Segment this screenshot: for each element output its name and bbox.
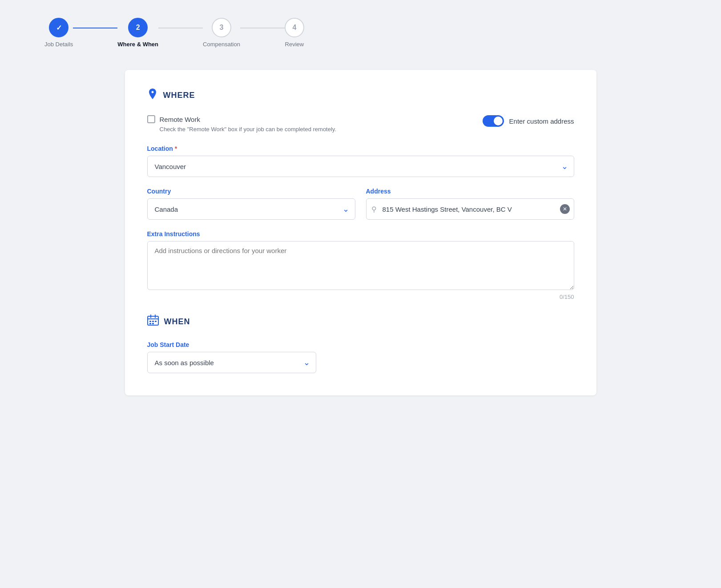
- when-title: WHEN: [164, 317, 190, 326]
- remote-checkbox-row: Remote Work: [147, 115, 336, 123]
- custom-address-label: Enter custom address: [509, 117, 574, 125]
- custom-address-toggle-row: Enter custom address: [483, 115, 574, 127]
- svg-rect-7: [149, 323, 151, 324]
- when-section: WHEN Job Start Date As soon as possible …: [147, 314, 574, 373]
- step-where-when[interactable]: 2 Where & When: [117, 18, 158, 48]
- job-start-date-label: Job Start Date: [147, 341, 316, 348]
- svg-rect-8: [152, 323, 154, 324]
- remote-work-left: Remote Work Check the "Remote Work" box …: [147, 115, 336, 133]
- address-label: Address: [366, 188, 574, 195]
- custom-address-toggle[interactable]: [483, 115, 504, 127]
- remote-work-row: Remote Work Check the "Remote Work" box …: [147, 115, 574, 133]
- location-select[interactable]: Vancouver: [147, 156, 574, 177]
- step-connector-1: [73, 28, 117, 28]
- country-label: Country: [147, 188, 355, 195]
- country-address-row: Country Canada ⌄ Address ⚲ ✕: [147, 188, 574, 220]
- address-clear-button[interactable]: ✕: [560, 204, 570, 214]
- where-section-header: WHERE: [147, 88, 574, 103]
- when-section-header: WHEN: [147, 314, 574, 329]
- step-connector-3: [240, 28, 285, 28]
- address-input[interactable]: [366, 198, 574, 220]
- step-label-3: Compensation: [203, 41, 240, 48]
- step-compensation[interactable]: 3 Compensation: [203, 18, 240, 48]
- extra-instructions-label: Extra Instructions: [147, 230, 574, 238]
- step-circle-3: 3: [212, 18, 231, 37]
- svg-rect-5: [152, 321, 154, 322]
- step-connector-2: [158, 28, 203, 28]
- step-job-details[interactable]: ✓ Job Details: [44, 18, 73, 48]
- main-card: WHERE Remote Work Check the "Remote Work…: [125, 70, 596, 395]
- remote-work-hint: Check the "Remote Work" box if your job …: [160, 126, 336, 133]
- extra-instructions-section: Extra Instructions 0/150: [147, 230, 574, 300]
- country-field-group: Country Canada ⌄: [147, 188, 355, 220]
- svg-rect-4: [149, 321, 151, 322]
- step-review[interactable]: 4 Review: [285, 18, 304, 48]
- step-circle-2: 2: [128, 18, 148, 37]
- job-start-date-select[interactable]: As soon as possible: [147, 352, 316, 373]
- remote-work-checkbox[interactable]: [147, 115, 155, 123]
- textarea-counter: 0/150: [147, 294, 574, 300]
- country-select[interactable]: Canada: [147, 198, 355, 220]
- svg-rect-6: [155, 321, 157, 322]
- step-label-1: Job Details: [44, 41, 73, 48]
- address-search-icon: ⚲: [371, 205, 377, 213]
- country-select-wrapper: Canada ⌄: [147, 198, 355, 220]
- location-label: Location *: [147, 145, 574, 152]
- step-circle-4: 4: [285, 18, 304, 37]
- where-title: WHERE: [163, 91, 195, 100]
- location-pin-icon: [147, 88, 158, 103]
- job-start-date-field: Job Start Date As soon as possible ⌄: [147, 341, 316, 373]
- stepper: ✓ Job Details 2 Where & When 3 Compensat…: [18, 13, 703, 56]
- step-label-4: Review: [285, 41, 304, 48]
- location-field-row: Location * Vancouver ⌄: [147, 145, 574, 177]
- remote-work-label: Remote Work: [160, 116, 200, 123]
- step-label-2: Where & When: [117, 41, 158, 48]
- location-select-wrapper: Vancouver ⌄: [147, 156, 574, 177]
- address-input-wrapper: ⚲ ✕: [366, 198, 574, 220]
- step-circle-1: ✓: [49, 18, 68, 37]
- extra-instructions-textarea[interactable]: [147, 241, 574, 290]
- address-field-group: Address ⚲ ✕: [366, 188, 574, 220]
- calendar-icon: [147, 314, 159, 329]
- job-start-date-select-wrapper: As soon as possible ⌄: [147, 352, 316, 373]
